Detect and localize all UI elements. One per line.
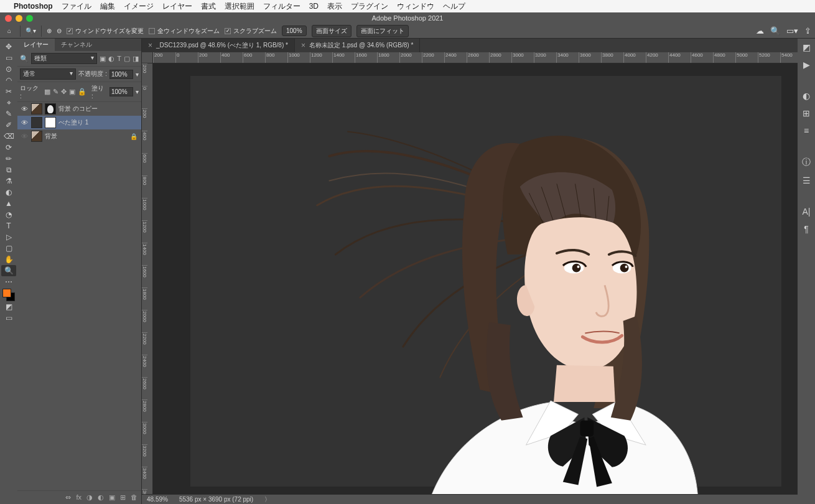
new-layer-icon[interactable]: ⊞ bbox=[120, 493, 126, 502]
resize-window-checkbox[interactable]: ウィンドウサイズを変更 bbox=[67, 27, 144, 35]
marquee-tool[interactable]: ▭ bbox=[1, 52, 16, 63]
zoom-out-icon[interactable]: ⊖ bbox=[57, 27, 62, 34]
layer-name[interactable]: 背景 のコピー bbox=[58, 105, 98, 113]
visibility-toggle[interactable]: 👁 bbox=[20, 133, 29, 140]
tab-layers[interactable]: レイヤー bbox=[17, 39, 55, 51]
lasso-tool[interactable]: ⊙ bbox=[1, 63, 16, 75]
opacity-input[interactable] bbox=[109, 70, 133, 79]
blur-tool[interactable]: ◐ bbox=[1, 187, 16, 198]
menu-window[interactable]: ウィンドウ bbox=[397, 1, 434, 12]
panel-swatches-icon[interactable]: ⊞ bbox=[803, 108, 810, 118]
zoom-tool[interactable]: 🔍 bbox=[1, 265, 16, 276]
workspace-icon[interactable]: ▭▾ bbox=[786, 26, 798, 35]
filter-type-icon[interactable]: T bbox=[117, 55, 121, 62]
link-layers-icon[interactable]: ⇔ bbox=[65, 493, 71, 502]
frame-tool[interactable]: ⌖ bbox=[1, 97, 16, 108]
edit-toolbar-icon[interactable]: ⋯ bbox=[1, 276, 16, 287]
tab-channels[interactable]: チャンネル bbox=[55, 39, 98, 51]
zoom-in-icon[interactable]: ⊕ bbox=[47, 27, 52, 34]
menu-plugin[interactable]: プラグイン bbox=[351, 1, 388, 12]
layer-name[interactable]: 背景 bbox=[45, 132, 57, 141]
menu-layer[interactable]: レイヤー bbox=[162, 1, 192, 12]
document-tab[interactable]: × _DSC1239.psd @ 48.6% (べた塗り 1, RGB/8) * bbox=[142, 39, 295, 52]
share-icon[interactable]: ⇪ bbox=[804, 26, 811, 35]
menu-type[interactable]: 書式 bbox=[201, 1, 216, 12]
panel-color-icon[interactable]: ◐ bbox=[803, 91, 810, 101]
fit-screen-button[interactable]: 画面サイズ bbox=[312, 25, 352, 37]
scrub-zoom-checkbox[interactable]: スクラブズーム bbox=[225, 27, 277, 35]
lock-all-icon[interactable]: 🔒 bbox=[78, 88, 86, 96]
heal-tool[interactable]: ✐ bbox=[1, 119, 16, 131]
search-icon[interactable]: 🔍 bbox=[770, 26, 780, 35]
app-name[interactable]: Photoshop bbox=[14, 2, 53, 11]
layer-thumb[interactable] bbox=[31, 117, 42, 128]
quick-select-tool[interactable]: ◠ bbox=[1, 75, 16, 86]
visibility-toggle[interactable]: 👁 bbox=[20, 119, 29, 126]
fit-window-button[interactable]: 画面にフィット bbox=[356, 25, 409, 37]
gradient-tool[interactable]: ⚗ bbox=[1, 175, 16, 187]
window-zoom[interactable] bbox=[26, 15, 33, 22]
screenmode-icon[interactable]: ▭ bbox=[1, 312, 16, 324]
layer-row[interactable]: 👁 背景 のコピー bbox=[17, 102, 141, 116]
window-close[interactable] bbox=[5, 15, 12, 22]
shape-tool[interactable]: ▢ bbox=[1, 243, 16, 254]
brush-tool[interactable]: ⌫ bbox=[1, 131, 16, 142]
crop-tool[interactable]: ✂ bbox=[1, 86, 16, 97]
color-swatches[interactable] bbox=[2, 289, 15, 301]
eraser-tool[interactable]: ⧉ bbox=[1, 164, 16, 175]
panel-icon[interactable]: ◩ bbox=[803, 42, 811, 52]
menu-3d[interactable]: 3D bbox=[309, 2, 319, 11]
dodge-tool[interactable]: ▲ bbox=[1, 198, 16, 209]
menu-image[interactable]: イメージ bbox=[124, 1, 154, 12]
fg-color-swatch[interactable] bbox=[2, 289, 11, 297]
path-select-tool[interactable]: ▷ bbox=[1, 231, 16, 243]
move-tool[interactable]: ✥ bbox=[1, 41, 16, 52]
filter-shape-icon[interactable]: ▢ bbox=[124, 55, 130, 63]
panel-info-icon[interactable]: ⓘ bbox=[802, 157, 811, 168]
delete-layer-icon[interactable]: 🗑 bbox=[131, 493, 137, 502]
panel-paragraph-icon[interactable]: ¶ bbox=[804, 224, 809, 234]
layer-row[interactable]: 👁 背景 🔒 bbox=[17, 129, 141, 143]
stamp-tool[interactable]: ⟳ bbox=[1, 142, 16, 153]
canvas[interactable] bbox=[190, 76, 781, 487]
zoom-100-button[interactable]: 100% bbox=[282, 26, 307, 36]
layer-name[interactable]: べた塗り 1 bbox=[58, 118, 88, 127]
lock-move-icon[interactable]: ✥ bbox=[61, 88, 67, 96]
menu-view[interactable]: 表示 bbox=[327, 1, 342, 12]
zoom-all-checkbox[interactable]: 全ウィンドウをズーム bbox=[149, 27, 220, 35]
zoom-value[interactable]: 48.59% bbox=[147, 496, 168, 503]
filter-smart-icon[interactable]: ◨ bbox=[133, 55, 139, 63]
menu-filter[interactable]: フィルター bbox=[263, 1, 300, 12]
layer-mask-thumb[interactable] bbox=[45, 103, 56, 114]
eyedropper-tool[interactable]: ✎ bbox=[1, 108, 16, 119]
visibility-toggle[interactable]: 👁 bbox=[20, 105, 29, 113]
layer-kind-filter[interactable]: 種類▾ bbox=[31, 53, 97, 64]
panel-character-icon[interactable]: A| bbox=[803, 207, 811, 217]
lock-paint-icon[interactable]: ✎ bbox=[53, 88, 58, 96]
window-minimize[interactable] bbox=[16, 15, 22, 22]
menu-edit[interactable]: 編集 bbox=[100, 1, 115, 12]
close-tab-icon[interactable]: × bbox=[301, 41, 305, 50]
fill-input[interactable] bbox=[109, 87, 133, 96]
blend-mode-select[interactable]: 通常▾ bbox=[20, 68, 76, 80]
lock-transparent-icon[interactable]: ▩ bbox=[44, 88, 50, 96]
layer-row[interactable]: 👁 べた塗り 1 bbox=[17, 116, 141, 129]
panel-icon[interactable]: ▶ bbox=[803, 60, 810, 70]
panel-icon[interactable]: ☰ bbox=[803, 175, 811, 185]
layer-thumb[interactable] bbox=[31, 103, 42, 114]
quickmask-icon[interactable]: ◩ bbox=[1, 301, 16, 312]
panel-icon[interactable]: ≡ bbox=[804, 126, 809, 136]
adjustment-layer-icon[interactable]: ◐ bbox=[98, 493, 104, 502]
pen-tool[interactable]: ◔ bbox=[1, 209, 16, 220]
menu-select[interactable]: 選択範囲 bbox=[225, 1, 254, 12]
group-icon[interactable]: ▣ bbox=[109, 493, 115, 502]
doc-info-chevron-icon[interactable]: 〉 bbox=[264, 495, 271, 504]
cloud-docs-icon[interactable]: ☁ bbox=[756, 26, 764, 35]
doc-info[interactable]: 5536 px × 3690 px (72 ppi) bbox=[179, 496, 253, 503]
horizontal-ruler[interactable]: 2000200400600800100012001400160018002000… bbox=[153, 52, 798, 63]
document-tab[interactable]: × 名称未設定 1.psd @ 34.6% (RGB/8) * bbox=[295, 39, 420, 52]
close-tab-icon[interactable]: × bbox=[148, 41, 152, 50]
zoom-tool-icon[interactable]: 🔍▾ bbox=[26, 27, 36, 34]
history-brush-tool[interactable]: ✏ bbox=[1, 153, 16, 164]
add-mask-icon[interactable]: ◑ bbox=[86, 493, 93, 502]
